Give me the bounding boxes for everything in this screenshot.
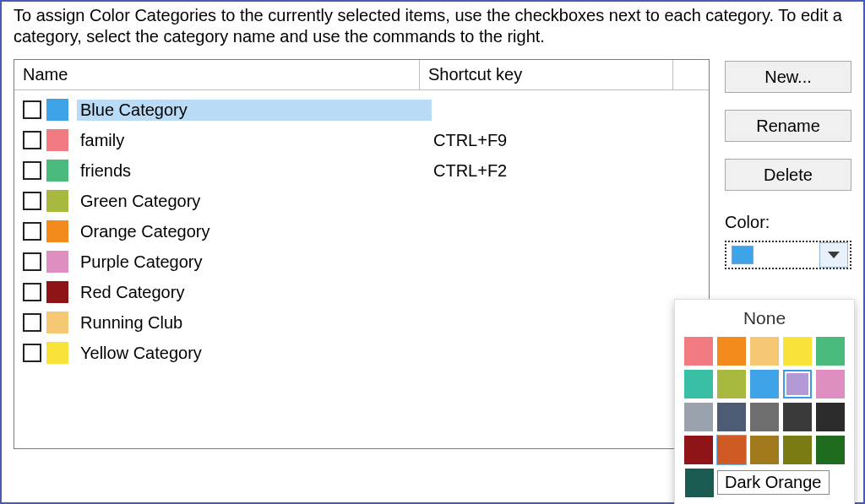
- column-header-name[interactable]: Name: [14, 60, 420, 90]
- color-swatch[interactable]: [717, 403, 746, 431]
- category-checkbox[interactable]: [23, 313, 41, 332]
- category-color-swatch: [46, 160, 68, 182]
- color-swatch-extra-row: Dark Orange: [683, 469, 846, 499]
- category-label[interactable]: Green Category: [77, 191, 432, 212]
- color-swatch[interactable]: [717, 370, 746, 398]
- category-checkbox[interactable]: [23, 161, 41, 180]
- table-row[interactable]: Running Club: [19, 307, 704, 338]
- color-swatch[interactable]: [750, 436, 779, 464]
- table-row[interactable]: Yellow Category: [19, 338, 704, 368]
- category-label[interactable]: friends: [77, 160, 432, 182]
- color-swatch[interactable]: [816, 370, 845, 398]
- color-swatch[interactable]: [816, 337, 845, 366]
- category-color-swatch: [46, 129, 68, 151]
- color-swatch[interactable]: [783, 370, 812, 398]
- color-dropdown[interactable]: [725, 241, 851, 269]
- color-swatch[interactable]: [750, 370, 779, 398]
- table-row[interactable]: Purple Category: [19, 247, 704, 277]
- category-checkbox[interactable]: [23, 192, 41, 210]
- category-color-swatch: [46, 99, 68, 121]
- category-label[interactable]: family: [77, 130, 432, 151]
- color-none-option[interactable]: None: [683, 305, 846, 337]
- color-swatch[interactable]: [684, 403, 713, 431]
- category-shortcut: CTRL+F9: [432, 131, 704, 150]
- category-label[interactable]: Red Category: [77, 282, 432, 303]
- category-checkbox[interactable]: [23, 100, 41, 119]
- color-swatch-grid: [683, 337, 846, 464]
- color-combo-wrap: [725, 241, 851, 269]
- category-color-swatch: [46, 220, 68, 242]
- table-row[interactable]: friendsCTRL+F2: [19, 155, 704, 186]
- category-list: Name Shortcut key Blue CategoryfamilyCTR…: [14, 59, 710, 449]
- chevron-down-icon[interactable]: [819, 242, 848, 268]
- category-shortcut: CTRL+F2: [432, 161, 704, 181]
- table-row[interactable]: Green Category: [19, 186, 704, 216]
- color-categories-panel: To assign Color Categories to the curren…: [0, 0, 865, 504]
- column-header-shortcut[interactable]: Shortcut key: [420, 60, 673, 90]
- color-swatch[interactable]: [783, 436, 812, 464]
- column-header-spacer: [673, 60, 709, 90]
- category-color-swatch: [46, 190, 68, 212]
- color-swatch[interactable]: [685, 469, 714, 497]
- color-label: Color:: [725, 213, 851, 232]
- table-row[interactable]: Blue Category: [19, 95, 704, 125]
- table-row[interactable]: Orange Category: [19, 216, 704, 247]
- category-label[interactable]: Running Club: [77, 312, 432, 333]
- category-color-swatch: [46, 281, 68, 303]
- category-color-swatch: [46, 251, 68, 273]
- table-row[interactable]: Red Category: [19, 277, 704, 307]
- category-checkbox[interactable]: [23, 222, 41, 241]
- category-checkbox[interactable]: [23, 252, 41, 271]
- color-dropdown-swatch: [732, 246, 753, 264]
- color-swatch[interactable]: [816, 403, 845, 431]
- category-checkbox[interactable]: [23, 131, 41, 149]
- category-label[interactable]: Purple Category: [77, 252, 432, 273]
- category-label[interactable]: Yellow Category: [77, 343, 432, 364]
- rename-button[interactable]: Rename: [725, 110, 851, 142]
- side-controls: New... Rename Delete Color:: [725, 59, 851, 269]
- color-swatch[interactable]: [750, 337, 779, 366]
- category-checkbox[interactable]: [23, 283, 41, 301]
- category-color-swatch: [46, 312, 68, 333]
- category-checkbox[interactable]: [23, 344, 41, 362]
- color-swatch[interactable]: [783, 403, 812, 431]
- color-swatch[interactable]: [717, 436, 746, 464]
- instruction-text: To assign Color Categories to the curren…: [2, 5, 863, 59]
- color-swatch[interactable]: [684, 436, 713, 464]
- table-row[interactable]: familyCTRL+F9: [19, 125, 704, 155]
- color-swatch[interactable]: [750, 403, 779, 431]
- list-header: Name Shortcut key: [14, 60, 709, 91]
- new-button[interactable]: New...: [725, 61, 851, 93]
- color-swatch[interactable]: [684, 370, 713, 398]
- chevron-down-glyph: [828, 252, 840, 258]
- color-swatch[interactable]: [684, 337, 713, 366]
- category-color-swatch: [46, 342, 68, 364]
- color-swatch[interactable]: [783, 337, 812, 366]
- list-body: Blue CategoryfamilyCTRL+F9friendsCTRL+F2…: [14, 91, 709, 371]
- color-picker-popup: None Dark Orange: [674, 299, 855, 504]
- color-swatch[interactable]: [717, 337, 746, 366]
- delete-button[interactable]: Delete: [725, 159, 851, 191]
- color-tooltip: Dark Orange: [717, 470, 830, 495]
- color-swatch[interactable]: [816, 436, 845, 464]
- category-label[interactable]: Orange Category: [77, 221, 432, 242]
- category-label[interactable]: Blue Category: [77, 100, 432, 121]
